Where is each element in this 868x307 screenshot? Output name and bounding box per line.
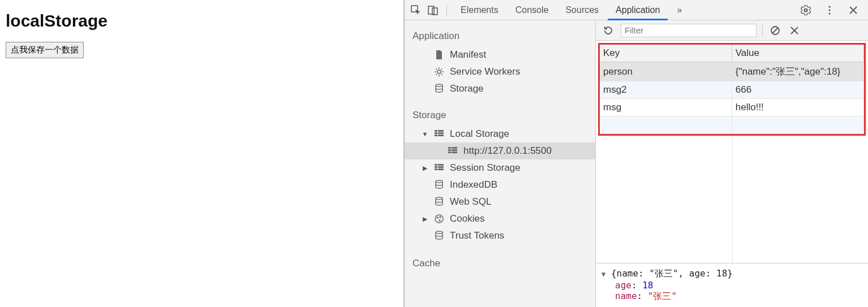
cell-key[interactable]: msg2 xyxy=(600,81,732,99)
database-icon xyxy=(434,84,444,94)
svg-rect-9 xyxy=(435,130,437,132)
table-row-empty[interactable] xyxy=(600,116,864,134)
delete-selected-icon[interactable] xyxy=(788,24,801,37)
sidebar-item-local-storage[interactable]: ▼ Local Storage xyxy=(405,126,595,142)
viewer-key: age xyxy=(615,280,631,291)
label: Session Storage xyxy=(450,162,521,174)
label: Trust Tokens xyxy=(450,230,504,241)
storage-table-highlight: Key Value person {"name":"张三","age":18} … xyxy=(598,43,866,136)
viewer-line: age: 18 xyxy=(601,280,862,291)
clear-all-icon[interactable] xyxy=(768,24,782,37)
svg-rect-26 xyxy=(438,168,444,170)
chevron-right-icon: ▶ xyxy=(422,215,428,223)
cell-value[interactable]: {"name":"张三","age":18} xyxy=(732,62,863,81)
svg-rect-14 xyxy=(438,135,444,136)
database-icon xyxy=(434,180,444,190)
cell-value[interactable]: hello!!! xyxy=(732,99,863,116)
sidebar-item-service-workers[interactable]: Service Workers xyxy=(405,63,595,80)
label: Storage xyxy=(450,83,484,94)
cookie-icon xyxy=(434,214,444,224)
svg-point-7 xyxy=(437,70,441,73)
tab-application[interactable]: Application xyxy=(608,0,668,20)
cell-key[interactable]: msg xyxy=(600,99,732,116)
sidebar-item-cookies[interactable]: ▶ Cookies xyxy=(405,210,595,227)
tab-sources[interactable]: Sources xyxy=(557,0,607,20)
svg-point-31 xyxy=(440,217,441,218)
viewer-value: "张三" xyxy=(648,291,677,301)
svg-rect-21 xyxy=(435,164,437,166)
svg-point-6 xyxy=(828,12,830,14)
chevron-down-icon: ▼ xyxy=(422,131,428,137)
col-value[interactable]: Value xyxy=(732,45,863,62)
refresh-icon[interactable] xyxy=(601,24,615,37)
tabbar-separator xyxy=(446,4,447,16)
svg-rect-13 xyxy=(435,135,437,136)
table-row[interactable]: person {"name":"张三","age":18} xyxy=(600,62,864,81)
svg-rect-25 xyxy=(435,168,437,170)
svg-rect-15 xyxy=(448,147,451,149)
toolbar-separator xyxy=(762,24,763,37)
label: Manifest xyxy=(450,49,486,60)
svg-point-4 xyxy=(828,6,830,7)
chevron-down-icon[interactable]: ▼ xyxy=(601,270,605,278)
filter-input[interactable] xyxy=(621,24,757,37)
kebab-menu-icon[interactable] xyxy=(822,2,837,18)
svg-point-8 xyxy=(436,84,442,87)
grid-icon xyxy=(448,146,458,156)
tab-more[interactable]: » xyxy=(669,0,690,20)
svg-rect-20 xyxy=(452,152,457,153)
sidebar-item-session-storage[interactable]: ▶ Session Storage xyxy=(405,159,595,176)
label: IndexedDB xyxy=(450,179,497,191)
cell-key[interactable]: person xyxy=(600,62,732,81)
chevron-right-icon: ▶ xyxy=(422,165,428,172)
sidebar-item-trust-tokens[interactable]: Trust Tokens xyxy=(405,227,595,244)
sidebar-item-websql[interactable]: Web SQL xyxy=(405,193,595,210)
svg-rect-1 xyxy=(428,6,434,14)
svg-rect-19 xyxy=(448,152,451,153)
tab-elements[interactable]: Elements xyxy=(453,0,506,20)
save-data-button[interactable]: 点我保存一个数据 xyxy=(6,42,84,58)
viewer-summary[interactable]: ▼ {name: "张三", age: 18} xyxy=(601,268,862,280)
application-sidebar: Application Manifest Service Workers Sto… xyxy=(405,20,596,307)
sidebar-section-storage: Storage xyxy=(405,107,595,126)
document-icon xyxy=(434,50,444,60)
svg-rect-22 xyxy=(438,164,444,166)
sidebar-item-manifest[interactable]: Manifest xyxy=(405,46,595,63)
inspect-element-icon[interactable] xyxy=(408,2,424,18)
svg-point-3 xyxy=(805,8,807,11)
label: Cookies xyxy=(450,213,484,224)
cell-value[interactable]: 666 xyxy=(732,81,863,99)
col-key[interactable]: Key xyxy=(600,45,732,62)
grid-icon xyxy=(434,163,444,173)
devtools-panel: Elements Console Sources Application » A… xyxy=(404,0,868,307)
viewer-value: 18 xyxy=(642,280,653,291)
svg-rect-12 xyxy=(438,132,444,134)
sidebar-section-application: Application xyxy=(405,28,595,46)
svg-rect-18 xyxy=(452,149,457,151)
database-icon xyxy=(434,231,444,241)
table-row[interactable]: msg hello!!! xyxy=(600,99,864,116)
table-row[interactable]: msg2 666 xyxy=(600,81,864,99)
svg-rect-17 xyxy=(448,149,451,151)
web-page: localStorage 点我保存一个数据 xyxy=(0,0,404,307)
value-viewer: ▼ {name: "张三", age: 18} age: 18 name: "张… xyxy=(596,263,868,307)
gear-icon xyxy=(434,67,444,77)
svg-point-29 xyxy=(435,215,443,223)
viewer-line: name: "张三" xyxy=(601,291,862,302)
sidebar-item-origin[interactable]: http://127.0.0.1:5500 xyxy=(405,142,595,159)
svg-rect-10 xyxy=(438,130,444,132)
page-title: localStorage xyxy=(6,11,398,31)
tab-console[interactable]: Console xyxy=(508,0,557,20)
sidebar-item-indexeddb[interactable]: IndexedDB xyxy=(405,176,595,193)
devtools-tabbar: Elements Console Sources Application » xyxy=(405,0,868,20)
close-devtools-icon[interactable] xyxy=(845,2,861,18)
svg-rect-2 xyxy=(432,8,437,15)
settings-gear-icon[interactable] xyxy=(798,2,814,18)
label: Service Workers xyxy=(450,66,520,77)
viewer-key: name xyxy=(615,291,637,301)
device-toolbar-icon[interactable] xyxy=(425,2,441,18)
label: http://127.0.0.1:5500 xyxy=(463,145,552,157)
svg-point-32 xyxy=(439,220,440,221)
svg-rect-24 xyxy=(438,166,444,168)
sidebar-item-app-storage[interactable]: Storage xyxy=(405,80,595,97)
